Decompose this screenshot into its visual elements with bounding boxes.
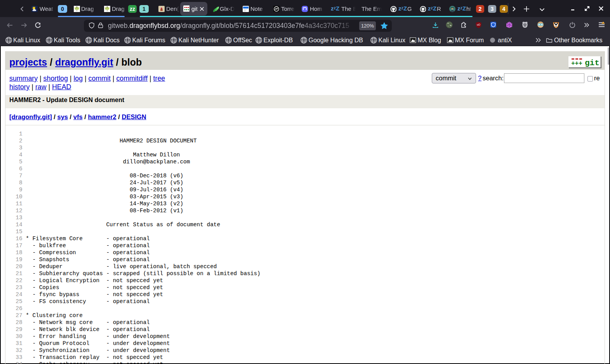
svg-text:git: git (585, 59, 600, 67)
svg-text:uO: uO (477, 23, 480, 26)
svg-text:+++: +++ (571, 60, 582, 67)
